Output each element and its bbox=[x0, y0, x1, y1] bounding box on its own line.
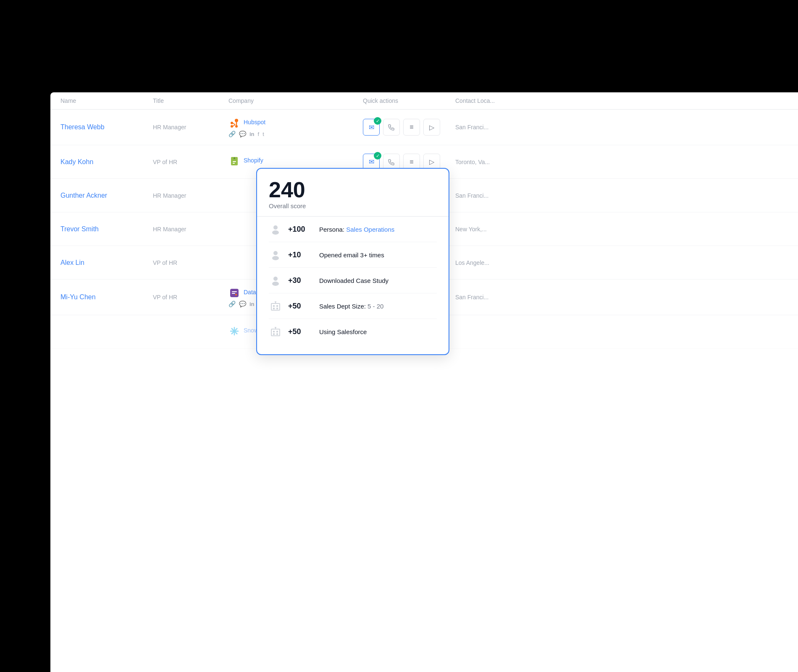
svg-rect-28 bbox=[273, 308, 275, 309]
twitter-icon[interactable]: t bbox=[262, 131, 264, 137]
link-icon[interactable]: 🔗 bbox=[228, 301, 236, 307]
phone-button[interactable] bbox=[383, 119, 400, 136]
location-alex-lin: Los Angele... bbox=[455, 259, 788, 266]
contact-title-gunther-ackner: HR Manager bbox=[153, 192, 228, 199]
score-desc-persona: Persona: Sales Operations bbox=[319, 226, 394, 233]
contact-title-theresa-webb: HR Manager bbox=[153, 124, 228, 131]
overall-score: 240 bbox=[269, 179, 437, 201]
svg-rect-26 bbox=[273, 305, 275, 307]
contact-title-kady-kohn: VP of HR bbox=[153, 159, 228, 165]
svg-rect-27 bbox=[276, 305, 278, 307]
score-item-email: +10 Opened email 3+ times bbox=[269, 242, 437, 268]
table-row: Theresa Webb HR Manager Hubspot 🔗 💬 in bbox=[50, 110, 798, 145]
svg-rect-25 bbox=[271, 303, 280, 310]
score-desc-case-study: Downloaded Case Study bbox=[319, 277, 388, 284]
contact-title-alex-lin: VP of HR bbox=[153, 259, 228, 266]
svg-point-13 bbox=[235, 294, 237, 295]
hubspot-logo-icon bbox=[228, 117, 240, 129]
svg-point-20 bbox=[272, 230, 279, 235]
svg-rect-8 bbox=[233, 161, 236, 162]
company-name-hubspot[interactable]: Hubspot bbox=[244, 119, 265, 126]
score-item-salesforce: +50 Using Salesforce bbox=[269, 319, 437, 344]
svg-point-21 bbox=[273, 251, 278, 255]
svg-rect-36 bbox=[276, 333, 278, 335]
datadog-logo-icon bbox=[228, 287, 240, 299]
score-desc-email: Opened email 3+ times bbox=[319, 251, 384, 259]
svg-rect-11 bbox=[232, 291, 237, 292]
contact-name-trevor-smith[interactable]: Trevor Smith bbox=[60, 225, 153, 233]
score-value-case-study: +30 bbox=[288, 276, 313, 285]
location-theresa-webb: San Franci... bbox=[455, 124, 788, 131]
snowflake-logo-icon bbox=[228, 325, 240, 337]
col-header-location: Contact Loca... bbox=[455, 97, 788, 104]
svg-point-19 bbox=[273, 225, 278, 230]
add-to-sequence-button[interactable]: ≡ bbox=[403, 119, 420, 136]
contact-name-theresa-webb[interactable]: Theresa Webb bbox=[60, 123, 153, 131]
contact-title-mi-yu-chen: VP of HR bbox=[153, 294, 228, 301]
svg-point-23 bbox=[273, 277, 278, 281]
svg-rect-35 bbox=[273, 333, 275, 335]
location-kady-kohn: Toronto, Va... bbox=[455, 159, 788, 165]
svg-point-2 bbox=[235, 125, 238, 128]
phone-icon bbox=[388, 123, 395, 131]
contact-name-alex-lin[interactable]: Alex Lin bbox=[60, 259, 153, 267]
comment-icon[interactable]: 💬 bbox=[239, 301, 246, 307]
email-activity-icon bbox=[269, 248, 282, 261]
score-detail-dept-size: 5 - 20 bbox=[368, 303, 383, 310]
svg-rect-33 bbox=[273, 331, 275, 332]
score-item-persona: +100 Persona: Sales Operations bbox=[269, 217, 437, 242]
contact-name-kady-kohn[interactable]: Kady Kohn bbox=[60, 158, 153, 166]
col-header-title: Title bbox=[153, 97, 228, 104]
link-icon[interactable]: 🔗 bbox=[228, 131, 236, 137]
location-mi-yu-chen: San Franci... bbox=[455, 294, 788, 301]
col-header-name: Name bbox=[60, 97, 153, 104]
send-button[interactable]: ▷ bbox=[423, 119, 440, 136]
linkedin-icon[interactable]: in bbox=[249, 131, 255, 137]
svg-point-24 bbox=[272, 282, 279, 286]
email-check-badge: ✓ bbox=[374, 117, 381, 125]
contact-title-trevor-smith: HR Manager bbox=[153, 226, 228, 233]
email-check-badge: ✓ bbox=[374, 152, 381, 160]
score-value-salesforce: +50 bbox=[288, 327, 313, 336]
location-trevor-smith: New York,... bbox=[455, 226, 788, 233]
dept-size-icon bbox=[269, 299, 282, 313]
company-cell-shopify: Shopify bbox=[228, 155, 363, 169]
svg-rect-29 bbox=[276, 308, 278, 309]
svg-point-0 bbox=[235, 119, 238, 122]
score-value-dept-size: +50 bbox=[288, 302, 313, 311]
facebook-icon[interactable]: f bbox=[258, 131, 260, 137]
score-desc-salesforce: Using Salesforce bbox=[319, 328, 367, 335]
table-header: Name Title Company Quick actions Contact… bbox=[50, 92, 798, 110]
score-desc-dept-size: Sales Dept Size: 5 - 20 bbox=[319, 303, 383, 310]
score-item-case-study: +30 Downloaded Case Study bbox=[269, 268, 437, 293]
svg-rect-32 bbox=[271, 329, 280, 336]
svg-rect-12 bbox=[232, 293, 235, 294]
score-label: Overall score bbox=[269, 202, 437, 209]
location-gunther-ackner: San Franci... bbox=[455, 192, 788, 199]
score-label-persona: Persona: bbox=[319, 226, 344, 233]
score-value-email: +10 bbox=[288, 251, 313, 259]
comment-icon[interactable]: 💬 bbox=[239, 131, 246, 137]
svg-point-6 bbox=[231, 125, 233, 128]
salesforce-icon bbox=[269, 325, 282, 338]
col-header-actions: Quick actions bbox=[363, 97, 455, 104]
svg-point-22 bbox=[272, 256, 279, 260]
company-name-shopify[interactable]: Shopify bbox=[244, 157, 263, 164]
score-label-dept-size: Sales Dept Size: bbox=[319, 303, 366, 310]
svg-rect-34 bbox=[276, 331, 278, 332]
score-popup: 240 Overall score +100 Persona: Sales Op… bbox=[256, 168, 449, 355]
persona-icon bbox=[269, 222, 282, 236]
contact-name-gunther-ackner[interactable]: Gunther Ackner bbox=[60, 192, 153, 199]
score-item-dept-size: +50 Sales Dept Size: 5 - 20 bbox=[269, 293, 437, 319]
contact-name-mi-yu-chen[interactable]: Mi-Yu Chen bbox=[60, 293, 153, 301]
case-study-icon bbox=[269, 274, 282, 287]
svg-point-5 bbox=[231, 122, 233, 124]
linkedin-icon[interactable]: in bbox=[249, 301, 255, 307]
svg-rect-9 bbox=[233, 163, 235, 164]
shopify-logo-icon bbox=[228, 155, 240, 167]
company-cell-hubspot: Hubspot 🔗 💬 in f t bbox=[228, 117, 363, 137]
phone-icon bbox=[388, 158, 395, 166]
col-header-company: Company bbox=[228, 97, 363, 104]
svg-point-18 bbox=[234, 330, 235, 332]
score-detail-persona: Sales Operations bbox=[346, 226, 394, 233]
